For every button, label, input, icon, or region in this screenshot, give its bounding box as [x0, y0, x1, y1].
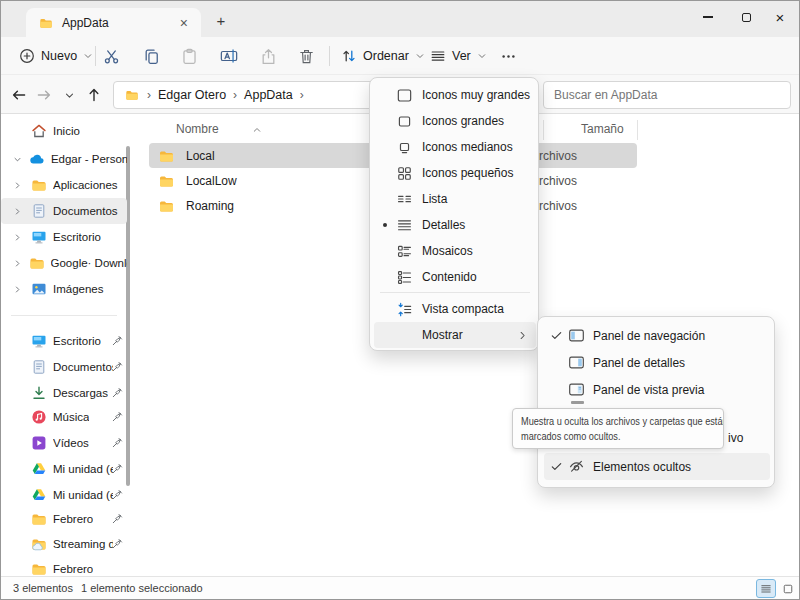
sort-arrows-icon: [341, 48, 357, 64]
minimize-button[interactable]: [689, 1, 727, 33]
breadcrumb-item[interactable]: Edgar Otero: [158, 88, 226, 102]
expander[interactable]: [13, 281, 31, 297]
sidebar-item-mi-unidad-eote[interactable]: Mi unidad (eote: [1, 482, 127, 508]
expander: [13, 409, 31, 425]
view-lines-icon: [430, 48, 446, 64]
file-type-fragment: rchivos: [539, 149, 577, 163]
submenu-item-elementos-ocultos[interactable]: Elementos ocultos: [544, 453, 770, 480]
more-options-button[interactable]: [491, 42, 525, 70]
column-header-name[interactable]: Nombre: [176, 122, 219, 136]
breadcrumb-item[interactable]: AppData: [244, 88, 293, 102]
folder-icon: [31, 561, 47, 576]
sidebar-item-label: Google· Downloa: [51, 257, 128, 269]
sort-button[interactable]: Ordenar: [333, 42, 433, 70]
tooltip-line: marcados como ocultos.: [521, 429, 686, 444]
column-header-size[interactable]: Tamaño: [581, 122, 624, 136]
view-menu-item-contenido[interactable]: Contenido: [374, 264, 536, 290]
recent-locations-button[interactable]: [57, 83, 81, 107]
expander: [13, 435, 31, 451]
view-menu-item-iconos-pequenos[interactable]: Iconos pequeños: [374, 160, 536, 186]
maximize-button[interactable]: [727, 1, 765, 33]
ellipsis-icon: [500, 48, 517, 65]
status-bar: 3 elementos 1 elemento seleccionado: [1, 576, 799, 599]
sidebar-item-videos[interactable]: Vídeos: [1, 430, 127, 456]
expander: [13, 561, 31, 576]
large-icons-view-toggle[interactable]: [778, 579, 798, 598]
menu-item-label: Iconos medianos: [422, 140, 513, 154]
rename-button[interactable]: [212, 42, 246, 70]
tab-close-button[interactable]: ×: [177, 16, 191, 30]
menu-item-label: Lista: [422, 192, 447, 206]
expander[interactable]: [13, 151, 29, 167]
sidebar-item-musica[interactable]: Música: [1, 404, 127, 430]
paste-button[interactable]: [172, 42, 206, 70]
submenu-item-panel-de-navegacion[interactable]: Panel de navegación: [544, 322, 770, 349]
arrow-up-icon: [86, 87, 102, 103]
tab-appdata[interactable]: AppData ×: [26, 8, 201, 37]
forward-button[interactable]: [32, 83, 56, 107]
new-tab-button[interactable]: +: [211, 10, 231, 30]
sidebar-item-descargas[interactable]: Descargas: [1, 380, 127, 406]
menu-item-label: Vista compacta: [422, 302, 504, 316]
sidebar-item-label: Mi unidad (edg: [53, 463, 113, 475]
new-button[interactable]: Nuevo: [11, 42, 101, 70]
obscured-menu-item-fragment[interactable]: ivo: [728, 431, 743, 445]
view-menu-item-detalles[interactable]: Detalles: [374, 212, 536, 238]
column-divider[interactable]: [637, 120, 638, 140]
sidebar-item-mi-unidad-edg[interactable]: Mi unidad (edg: [1, 456, 127, 482]
maximize-icon: [742, 13, 751, 22]
details-view-toggle[interactable]: [756, 579, 776, 598]
sidebar-item-streaming-de-g[interactable]: Streaming de G: [1, 531, 127, 557]
sq-lg-icon: [396, 113, 413, 130]
close-button[interactable]: ×: [761, 1, 799, 33]
sidebar-item-imagenes[interactable]: Imágenes: [1, 276, 127, 302]
up-button[interactable]: [82, 83, 106, 107]
submenu-item-panel-de-vista-previa[interactable]: Panel de vista previa: [544, 376, 770, 403]
view-button[interactable]: Ver: [422, 42, 495, 70]
view-menu-item-mosaicos[interactable]: Mosaicos: [374, 238, 536, 264]
sidebar-item-escritorio[interactable]: Escritorio: [1, 224, 127, 250]
sidebar-item-label: Escritorio: [53, 231, 101, 243]
obscured-menu-item-icon-sliver: [571, 401, 584, 404]
share-button[interactable]: [251, 42, 285, 70]
pin-icon: [111, 513, 123, 525]
submenu-item-label: Panel de detalles: [593, 356, 685, 370]
copy-button[interactable]: [134, 42, 168, 70]
search-input[interactable]: [543, 81, 791, 109]
column-divider[interactable]: [543, 120, 544, 140]
check-icon: [550, 460, 563, 473]
view-menu-item-mostrar[interactable]: Mostrar: [374, 322, 536, 348]
view-menu-item-iconos-muy-grandes[interactable]: Iconos muy grandes: [374, 82, 536, 108]
view-menu-item-vista-compacta[interactable]: Vista compacta: [374, 296, 536, 322]
sidebar-item-google-downloa[interactable]: Google· Downloa: [1, 250, 127, 276]
sidebar-item-documentos[interactable]: Documentos: [1, 198, 127, 224]
back-button[interactable]: [7, 83, 31, 107]
sidebar-item-documentos[interactable]: Documentos: [1, 354, 127, 380]
sidebar-item-febrero[interactable]: Febrero: [1, 556, 127, 576]
chevron-down-icon: [477, 51, 487, 61]
sidebar-item-label: Febrero: [53, 563, 93, 575]
expander: [13, 123, 31, 139]
menu-item-label: Mosaicos: [422, 244, 473, 258]
expander[interactable]: [13, 177, 31, 193]
expander: [13, 359, 31, 375]
pin-icon: [111, 387, 123, 399]
submenu-item-panel-de-detalles[interactable]: Panel de detalles: [544, 349, 770, 376]
cut-button[interactable]: [94, 42, 128, 70]
view-menu-item-iconos-medianos[interactable]: Iconos medianos: [374, 134, 536, 160]
view-menu-item-iconos-grandes[interactable]: Iconos grandes: [374, 108, 536, 134]
expander[interactable]: [13, 203, 31, 219]
sidebar-item-febrero[interactable]: Febrero: [1, 506, 127, 532]
view-menu-item-lista[interactable]: Lista: [374, 186, 536, 212]
titlebar: AppData × + ×: [1, 1, 799, 37]
sidebar-item-edgar-personal[interactable]: Edgar - Personal: [1, 146, 127, 172]
sidebar-item-inicio[interactable]: Inicio: [1, 118, 127, 144]
delete-button[interactable]: [289, 42, 323, 70]
expander[interactable]: [13, 255, 29, 271]
desktop-icon: [31, 229, 47, 245]
download-icon: [31, 385, 47, 401]
eye-hidden-icon: [568, 458, 585, 475]
sidebar-item-aplicaciones[interactable]: Aplicaciones: [1, 172, 127, 198]
sidebar-item-escritorio[interactable]: Escritorio: [1, 328, 127, 354]
expander[interactable]: [13, 229, 31, 245]
